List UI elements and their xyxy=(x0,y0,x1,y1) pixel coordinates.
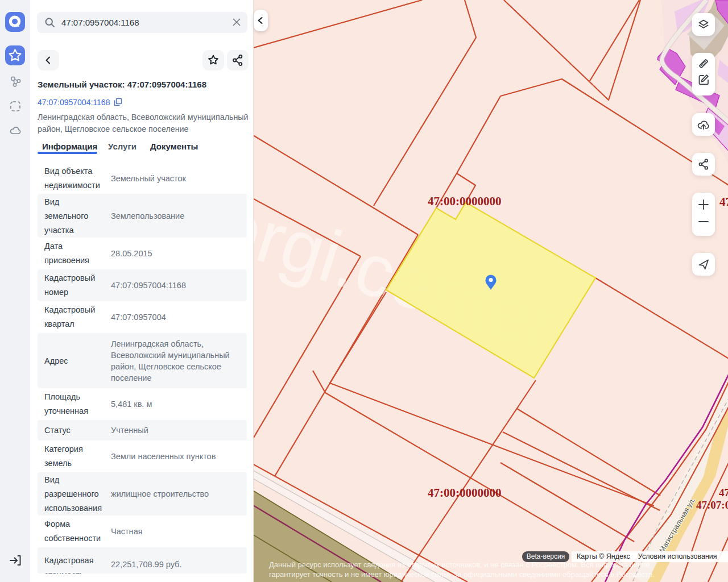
svg-text:47:00:0000000: 47:00:0000000 xyxy=(719,195,728,209)
svg-text:47:00:0000000: 47:00:0000000 xyxy=(428,194,502,208)
svg-text:47:00:0000000: 47:00:0000000 xyxy=(428,486,502,500)
svg-text:47:07:0000000: 47:07:0000000 xyxy=(696,499,728,511)
svg-text:47:00:0000000: 47:00:0000000 xyxy=(719,487,728,498)
